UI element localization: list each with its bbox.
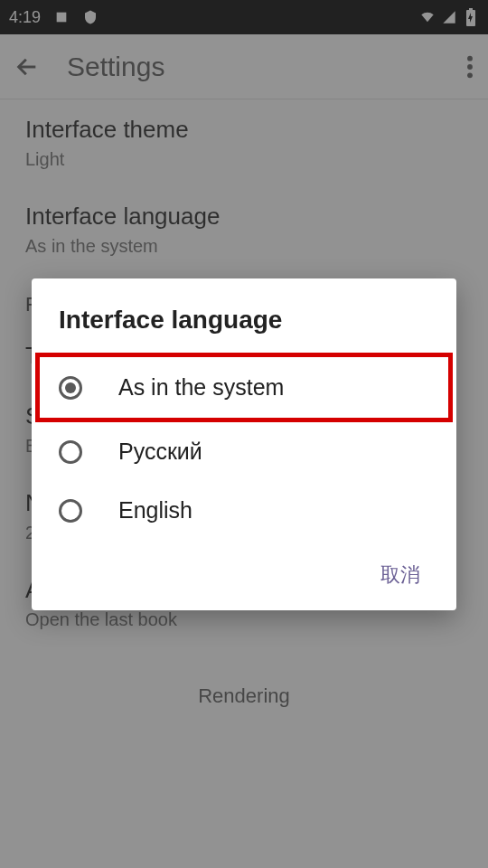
- option-label: As in the system: [118, 374, 284, 401]
- radio-icon: [59, 499, 82, 523]
- dialog-overlay[interactable]: Interface language As in the system Русс…: [0, 0, 488, 868]
- option-label: English: [118, 497, 192, 524]
- language-option-english[interactable]: English: [32, 481, 456, 540]
- dialog-title: Interface language: [32, 306, 456, 353]
- language-option-system[interactable]: As in the system: [35, 353, 453, 422]
- radio-icon: [59, 376, 82, 400]
- language-dialog: Interface language As in the system Русс…: [32, 278, 456, 610]
- language-option-russian[interactable]: Русский: [32, 422, 456, 481]
- radio-icon: [59, 440, 82, 464]
- cancel-button[interactable]: 取消: [371, 556, 429, 594]
- option-label: Русский: [118, 439, 202, 465]
